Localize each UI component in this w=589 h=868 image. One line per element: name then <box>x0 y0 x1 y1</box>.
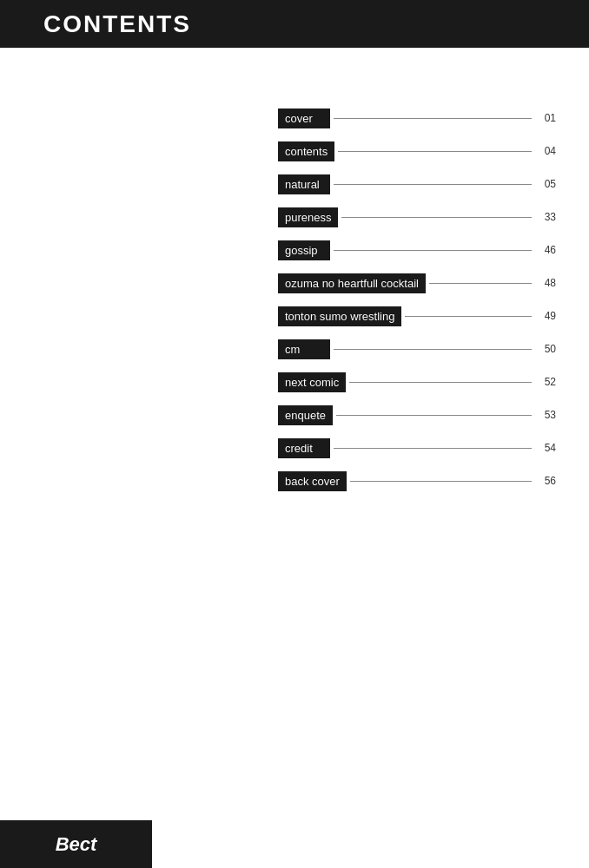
item-line <box>334 448 532 449</box>
item-page-number: 46 <box>539 244 556 256</box>
item-line <box>405 316 532 317</box>
item-line <box>350 481 532 482</box>
list-item: cm50 <box>278 335 556 363</box>
item-label: ozuma no heartfull cocktail <box>278 273 426 293</box>
list-item: contents04 <box>278 137 556 165</box>
item-page-number: 49 <box>539 310 556 322</box>
item-line <box>334 184 532 185</box>
item-page-number: 50 <box>539 343 556 355</box>
item-label: cover <box>278 108 330 128</box>
list-item: ozuma no heartfull cocktail48 <box>278 269 556 297</box>
item-label: tonton sumo wrestling <box>278 306 401 326</box>
footer-bar: Bect <box>0 820 152 868</box>
item-page-number: 52 <box>539 376 556 388</box>
item-line <box>334 118 532 119</box>
item-page-number: 05 <box>539 178 556 190</box>
list-item: credit54 <box>278 434 556 462</box>
item-line <box>349 382 532 383</box>
list-item: cover01 <box>278 104 556 132</box>
item-label: credit <box>278 438 330 458</box>
item-line <box>341 217 532 218</box>
item-line <box>338 151 532 152</box>
item-label: next comic <box>278 372 346 392</box>
item-page-number: 56 <box>539 475 556 487</box>
item-page-number: 33 <box>539 211 556 223</box>
item-label: cm <box>278 339 330 359</box>
item-label: contents <box>278 141 334 161</box>
list-item: pureness33 <box>278 203 556 231</box>
item-label: gossip <box>278 240 330 260</box>
footer-label: Bect <box>56 833 97 856</box>
list-item: tonton sumo wrestling49 <box>278 302 556 330</box>
item-page-number: 53 <box>539 409 556 421</box>
item-line <box>334 250 532 251</box>
page-title: CONTENTS <box>43 10 191 38</box>
header-bar: CONTENTS <box>0 0 589 48</box>
item-page-number: 04 <box>539 145 556 157</box>
list-item: natural05 <box>278 170 556 198</box>
item-label: back cover <box>278 471 347 491</box>
item-page-number: 48 <box>539 277 556 289</box>
item-label: natural <box>278 174 330 194</box>
list-item: gossip46 <box>278 236 556 264</box>
item-line <box>334 349 532 350</box>
item-line <box>429 283 532 284</box>
contents-list: cover01contents04natural05pureness33goss… <box>278 104 556 500</box>
item-line <box>336 415 532 416</box>
item-label: enquete <box>278 405 333 425</box>
list-item: enquete53 <box>278 401 556 429</box>
item-page-number: 54 <box>539 442 556 454</box>
item-page-number: 01 <box>539 112 556 124</box>
list-item: back cover56 <box>278 467 556 495</box>
list-item: next comic52 <box>278 368 556 396</box>
item-label: pureness <box>278 207 338 227</box>
